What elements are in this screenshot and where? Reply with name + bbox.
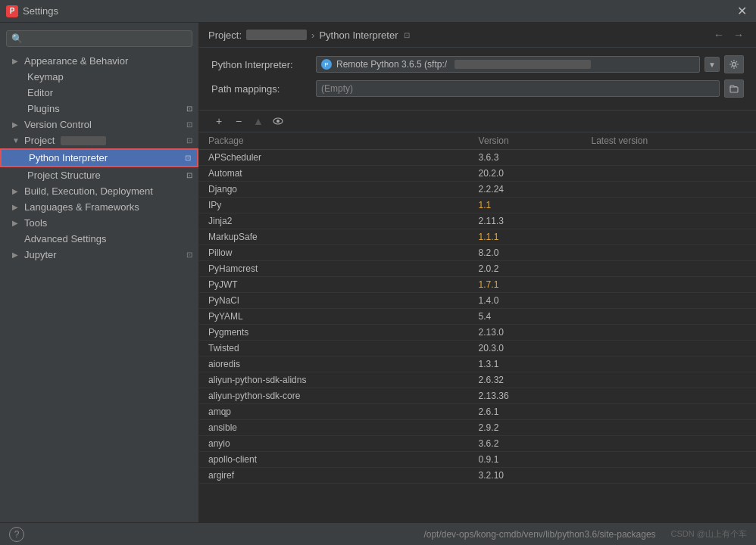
packages-toolbar: + − ▲ [199,111,756,132]
package-name: anyio [199,436,470,452]
package-version: 20.3.0 [470,341,583,357]
sidebar-item-label: Project [24,135,55,146]
breadcrumb-current-page: Python Interpreter [319,30,398,41]
path-empty-text: (Empty) [321,83,353,94]
sidebar-item-python-interpreter[interactable]: Python Interpreter ⊡ [0,148,198,167]
table-row[interactable]: aliyun-python-sdk-alidns2.6.32 [199,372,756,388]
sidebar-item-label: Languages & Frameworks [24,201,139,213]
sidebar-item-project[interactable]: ▼ Project ⊡ [0,132,198,148]
sidebar-item-label: Appearance & Behavior [24,55,128,67]
search-box[interactable]: 🔍 [6,30,192,47]
table-row[interactable]: PyHamcrest2.0.2 [199,261,756,277]
breadcrumb-sync-icon: ⊡ [404,31,410,39]
path-browse-button[interactable] [724,79,744,98]
interpreter-icon: P [321,59,332,70]
title-bar-left: P Settings [6,5,58,17]
chevron-icon: ▶ [12,120,21,129]
breadcrumb-nav: ← → [711,29,747,41]
interpreter-dropdown-button[interactable]: ▼ [704,57,720,72]
table-row[interactable]: PyNaCl1.4.0 [199,293,756,309]
sidebar-item-editor[interactable]: Editor [0,85,198,101]
sidebar-item-build-execution[interactable]: ▶ Build, Execution, Deployment [0,183,198,199]
chevron-icon: ▶ [12,251,21,259]
packages-table-container[interactable]: Package Version Latest version APSchedul… [199,132,756,522]
table-row[interactable]: Django2.2.24 [199,182,756,198]
package-latest-version [582,452,756,468]
table-row[interactable]: amqp2.6.1 [199,404,756,420]
package-name: Pillow [199,245,470,261]
package-name: Twisted [199,341,470,357]
package-version: 5.4 [470,309,583,325]
table-row[interactable]: aioredis1.3.1 [199,357,756,372]
sidebar-item-label: Keymap [27,71,64,83]
nav-forward-button[interactable]: → [730,29,747,41]
sidebar-item-jupyter[interactable]: ▶ Jupyter ⊡ [0,247,198,263]
package-name: aliyun-python-sdk-core [199,388,470,404]
package-version: 2.2.24 [470,182,583,198]
table-row[interactable]: Automat20.2.0 [199,166,756,182]
sidebar-item-plugins[interactable]: Plugins ⊡ [0,101,198,117]
package-latest-version [582,229,756,245]
sidebar-item-languages[interactable]: ▶ Languages & Frameworks [0,199,198,215]
table-row[interactable]: APScheduler3.6.3 [199,150,756,166]
table-row[interactable]: PyYAML5.4 [199,309,756,325]
svg-rect-1 [730,87,738,92]
package-version: 3.6.3 [470,150,583,166]
help-button[interactable]: ? [9,527,24,542]
package-name: argiref [199,468,470,484]
package-latest-version [582,261,756,277]
package-version: 2.6.1 [470,404,583,420]
table-row[interactable]: Jinja22.11.3 [199,213,756,229]
package-name: PyJWT [199,277,470,293]
show-all-button[interactable] [270,114,286,129]
close-button[interactable]: ✕ [734,4,750,18]
sidebar-item-tools[interactable]: ▶ Tools [0,215,198,231]
remove-package-button[interactable]: − [231,114,246,129]
table-row[interactable]: argiref3.2.10 [199,468,756,484]
sidebar-item-label: Build, Execution, Deployment [24,185,153,197]
sync-icon: ⊡ [186,104,192,113]
sidebar: 🔍 ▶ Appearance & Behavior Keymap Editor … [0,23,199,522]
sidebar-item-label: Advanced Settings [24,233,106,244]
package-name: PyHamcrest [199,261,470,277]
sync-icon: ⊡ [186,120,192,129]
interpreter-select[interactable]: P Remote Python 3.6.5 (sftp:/ [316,56,700,73]
path-value: (Empty) [316,80,720,97]
table-row[interactable]: PyJWT1.7.1 [199,277,756,293]
package-version: 2.13.36 [470,388,583,404]
sidebar-item-advanced-settings[interactable]: Advanced Settings [0,231,198,247]
sidebar-item-label: Version Control [24,119,92,130]
table-row[interactable]: MarkupSafe1.1.1 [199,229,756,245]
sidebar-item-appearance[interactable]: ▶ Appearance & Behavior [0,53,198,69]
table-row[interactable]: aliyun-python-sdk-core2.13.36 [199,388,756,404]
table-row[interactable]: Pygments2.13.0 [199,325,756,341]
package-name: Jinja2 [199,213,470,229]
table-row[interactable]: Twisted20.3.0 [199,341,756,357]
add-package-button[interactable]: + [211,114,226,129]
table-row[interactable]: IPy1.1 [199,198,756,213]
table-row[interactable]: apollo-client0.9.1 [199,452,756,468]
sidebar-item-version-control[interactable]: ▶ Version Control ⊡ [0,117,198,132]
path-input-area: (Empty) [316,79,744,98]
chevron-icon: ▶ [12,219,21,227]
up-package-button[interactable]: ▲ [251,114,266,129]
package-name: apollo-client [199,452,470,468]
interpreter-settings-button[interactable] [724,55,744,73]
status-bar-left: ? [9,527,24,542]
package-name: APScheduler [199,150,470,166]
package-version: 1.1 [470,198,583,213]
package-latest-version [582,166,756,182]
table-row[interactable]: anyio3.6.2 [199,436,756,452]
sync-icon: ⊡ [185,154,191,162]
package-version: 1.3.1 [470,357,583,372]
search-input[interactable] [26,33,187,44]
table-row[interactable]: Pillow8.2.0 [199,245,756,261]
breadcrumb: Project: › Python Interpreter ⊡ ← → [199,23,756,48]
packages-table: Package Version Latest version APSchedul… [199,132,756,484]
sync-icon: ⊡ [186,136,192,145]
sidebar-item-keymap[interactable]: Keymap [0,69,198,85]
svg-point-3 [276,120,280,123]
table-row[interactable]: ansible2.9.2 [199,420,756,436]
nav-back-button[interactable]: ← [711,29,727,41]
sidebar-item-project-structure[interactable]: Project Structure ⊡ [0,167,198,183]
